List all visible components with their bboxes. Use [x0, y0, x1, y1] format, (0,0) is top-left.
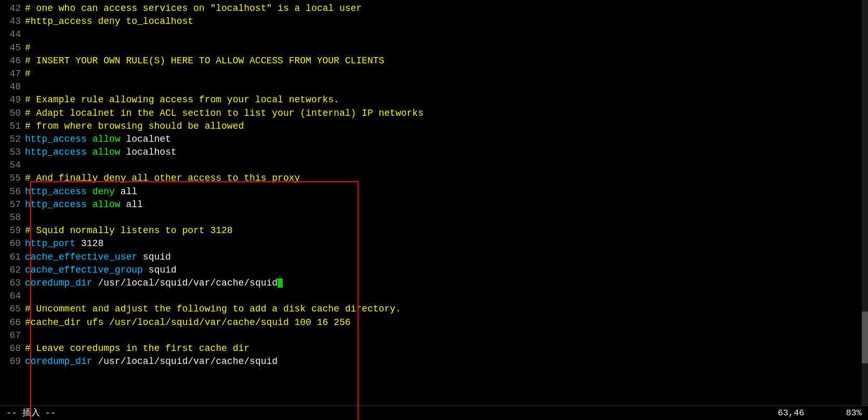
line-number: 47 [4, 67, 25, 80]
line-51: 51# from where browsing should be allowe… [4, 120, 864, 133]
line-number: 60 [4, 237, 25, 250]
line-54: 54 [4, 159, 864, 172]
code-segment: localnet [121, 134, 171, 144]
line-content: http_access allow localnet [25, 133, 171, 146]
line-59: 59# Squid normally listens to port 3128 [4, 224, 864, 237]
scrollbar-thumb[interactable] [862, 311, 868, 363]
code-segment: # from where browsing should be allowed [25, 121, 244, 131]
code-segment: deny [93, 186, 115, 197]
line-50: 50# Adapt localnet in the ACL section to… [4, 107, 864, 120]
line-content: # one who can access services on "localh… [25, 2, 362, 15]
line-number: 45 [4, 42, 25, 55]
line-number: 69 [4, 355, 25, 368]
line-number: 52 [4, 133, 25, 146]
code-segment: allow [93, 147, 121, 157]
line-53: 53http_access allow localhost [4, 146, 864, 159]
line-content: # INSERT YOUR OWN RULE(S) HERE TO ALLOW … [25, 55, 384, 67]
code-segment [87, 147, 93, 157]
line-content: # Example rule allowing access from your… [25, 93, 339, 106]
code-segment: allow [93, 134, 121, 144]
code-segment: http_access [25, 147, 87, 157]
code-segment: #cache_dir ufs /usr/local/squid/var/cach… [25, 317, 351, 328]
code-segment [87, 199, 93, 210]
code-segment: http_access [25, 134, 87, 144]
line-46: 46# INSERT YOUR OWN RULE(S) HERE TO ALLO… [4, 55, 864, 67]
line-number: 46 [4, 55, 25, 67]
scrollbar[interactable] [862, 0, 868, 405]
line-number: 61 [4, 251, 25, 264]
code-segment: 3128 [75, 238, 103, 249]
line-56: 56http_access deny all [4, 185, 864, 198]
line-content: #http_access deny to_localhost [25, 15, 193, 28]
line-55: 55# And finally deny all other access to… [4, 172, 864, 185]
code-segment: # [25, 43, 31, 53]
code-segment: all [115, 186, 137, 197]
status-right: 63,46 83% [778, 407, 862, 419]
code-segment: allow [93, 199, 121, 210]
line-content: cache_effective_user squid [25, 251, 171, 264]
line-68: 68# Leave coredumps in the first cache d… [4, 342, 864, 355]
code-segment: #http_access deny to_localhost [25, 16, 193, 26]
code-segment: http_access [25, 186, 87, 197]
line-63: 63coredump_dir /usr/local/squid/var/cach… [4, 277, 864, 290]
code-segment [87, 134, 93, 144]
line-content: # Adapt localnet in the ACL section to l… [25, 107, 424, 120]
line-66: 66#cache_dir ufs /usr/local/squid/var/ca… [4, 316, 864, 329]
code-segment: # Adapt localnet in the ACL section to l… [25, 108, 424, 118]
line-number: 55 [4, 172, 25, 185]
line-content: http_access allow all [25, 198, 143, 211]
line-number: 62 [4, 264, 25, 277]
line-number: 64 [4, 290, 25, 303]
line-number: 51 [4, 120, 25, 133]
line-62: 62cache_effective_group squid [4, 264, 864, 277]
code-segment: cache_effective_user [25, 252, 137, 262]
line-content: # [25, 42, 31, 55]
line-number: 67 [4, 329, 25, 342]
line-content: http_access deny all [25, 185, 137, 198]
code-segment: # one who can access services on "localh… [25, 3, 362, 13]
code-segment: http_access [25, 199, 87, 210]
code-segment: coredump_dir [25, 356, 93, 367]
editor[interactable]: 42# one who can access services on "loca… [0, 0, 868, 420]
line-number: 48 [4, 80, 25, 93]
line-number: 42 [4, 2, 25, 15]
line-content: cache_effective_group squid [25, 264, 177, 277]
line-content: # And finally deny all other access to t… [25, 172, 300, 185]
line-65: 65# Uncomment and adjust the following t… [4, 303, 864, 316]
line-42: 42# one who can access services on "loca… [4, 2, 864, 15]
code-segment: http_port [25, 238, 75, 249]
line-content: http_port 3128 [25, 237, 103, 250]
line-number: 68 [4, 342, 25, 355]
line-47: 47# [4, 67, 864, 80]
line-43: 43#http_access deny to_localhost [4, 15, 864, 28]
line-60: 60http_port 3128 [4, 237, 864, 250]
line-number: 58 [4, 211, 25, 224]
line-number: 44 [4, 28, 25, 41]
line-number: 43 [4, 15, 25, 28]
line-number: 49 [4, 93, 25, 106]
code-segment: # Leave coredumps in the first cache dir [25, 343, 249, 354]
line-content: # from where browsing should be allowed [25, 120, 244, 133]
line-45: 45# [4, 42, 864, 55]
line-67: 67 [4, 329, 864, 342]
code-segment: # [25, 69, 31, 79]
line-number: 54 [4, 159, 25, 172]
line-44: 44 [4, 28, 864, 41]
code-segment: localhost [121, 147, 177, 157]
code-segment: cache_effective_group [25, 265, 143, 275]
code-segment: squid [137, 252, 171, 262]
line-number: 66 [4, 316, 25, 329]
code-segment: # Squid normally listens to port 3128 [25, 225, 233, 236]
code-segment: all [121, 199, 143, 210]
status-mode: -- 插入 -- [6, 407, 56, 419]
line-number: 50 [4, 107, 25, 120]
line-number: 59 [4, 224, 25, 237]
line-number: 53 [4, 146, 25, 159]
line-61: 61cache_effective_user squid [4, 251, 864, 264]
line-49: 49# Example rule allowing access from yo… [4, 93, 864, 106]
code-segment: coredump_dir [25, 278, 93, 288]
code-segment: # Example rule allowing access from your… [25, 94, 339, 105]
code-segment: # INSERT YOUR OWN RULE(S) HERE TO ALLOW … [25, 56, 384, 66]
line-69: 69coredump_dir /usr/local/squid/var/cach… [4, 355, 864, 368]
line-content: http_access allow localhost [25, 146, 177, 159]
